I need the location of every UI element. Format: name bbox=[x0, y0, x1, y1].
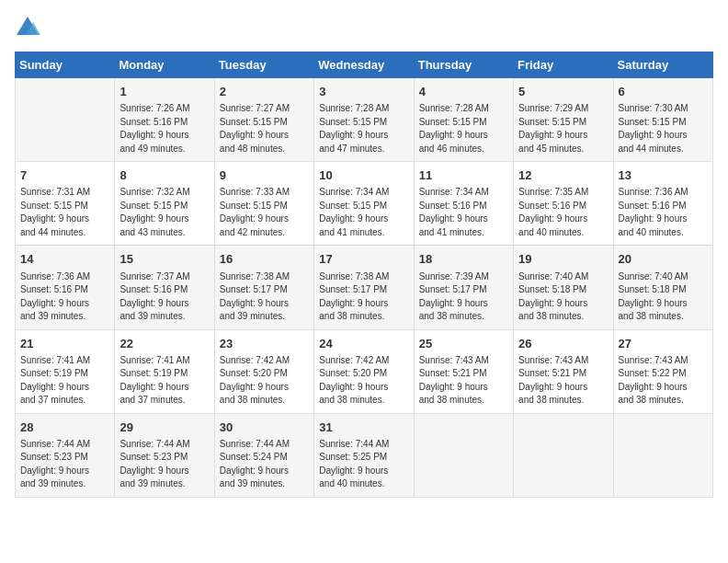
day-info: Sunrise: 7:44 AM Sunset: 5:23 PM Dayligh… bbox=[20, 438, 109, 491]
day-number: 6 bbox=[619, 84, 708, 100]
header-friday: Friday bbox=[514, 52, 613, 78]
day-number: 7 bbox=[20, 167, 109, 184]
day-number: 18 bbox=[419, 251, 508, 268]
day-info: Sunrise: 7:40 AM Sunset: 5:18 PM Dayligh… bbox=[619, 270, 708, 324]
calendar-cell: 22Sunrise: 7:41 AM Sunset: 5:19 PM Dayli… bbox=[115, 329, 214, 413]
day-number: 4 bbox=[419, 84, 508, 100]
calendar-cell: 7Sunrise: 7:31 AM Sunset: 5:15 PM Daylig… bbox=[16, 162, 115, 246]
day-info: Sunrise: 7:36 AM Sunset: 5:16 PM Dayligh… bbox=[20, 270, 109, 324]
day-number: 17 bbox=[319, 251, 408, 268]
day-info: Sunrise: 7:44 AM Sunset: 5:24 PM Dayligh… bbox=[220, 438, 309, 491]
page-header bbox=[15, 15, 713, 40]
calendar-cell: 26Sunrise: 7:43 AM Sunset: 5:21 PM Dayli… bbox=[514, 329, 613, 413]
calendar-cell: 29Sunrise: 7:44 AM Sunset: 5:23 PM Dayli… bbox=[115, 413, 214, 497]
day-info: Sunrise: 7:38 AM Sunset: 5:17 PM Dayligh… bbox=[220, 270, 309, 324]
day-info: Sunrise: 7:44 AM Sunset: 5:23 PM Dayligh… bbox=[119, 438, 209, 491]
day-info: Sunrise: 7:39 AM Sunset: 5:17 PM Dayligh… bbox=[419, 270, 508, 324]
day-number: 21 bbox=[20, 336, 109, 352]
day-info: Sunrise: 7:43 AM Sunset: 5:21 PM Dayligh… bbox=[518, 354, 608, 408]
calendar-cell: 10Sunrise: 7:34 AM Sunset: 5:15 PM Dayli… bbox=[314, 162, 414, 246]
day-info: Sunrise: 7:43 AM Sunset: 5:22 PM Dayligh… bbox=[619, 354, 708, 408]
calendar-cell: 4Sunrise: 7:28 AM Sunset: 5:15 PM Daylig… bbox=[414, 78, 513, 162]
calendar-cell bbox=[16, 78, 115, 162]
day-info: Sunrise: 7:27 AM Sunset: 5:15 PM Dayligh… bbox=[220, 102, 309, 155]
day-number: 25 bbox=[419, 336, 508, 352]
day-info: Sunrise: 7:35 AM Sunset: 5:16 PM Dayligh… bbox=[518, 186, 608, 239]
calendar-cell: 18Sunrise: 7:39 AM Sunset: 5:17 PM Dayli… bbox=[414, 246, 513, 329]
day-info: Sunrise: 7:41 AM Sunset: 5:19 PM Dayligh… bbox=[20, 354, 109, 408]
day-info: Sunrise: 7:29 AM Sunset: 5:15 PM Dayligh… bbox=[518, 102, 608, 155]
day-number: 14 bbox=[20, 251, 109, 268]
day-info: Sunrise: 7:33 AM Sunset: 5:15 PM Dayligh… bbox=[220, 186, 309, 239]
day-info: Sunrise: 7:32 AM Sunset: 5:15 PM Dayligh… bbox=[119, 186, 209, 239]
day-number: 3 bbox=[319, 84, 408, 100]
day-info: Sunrise: 7:42 AM Sunset: 5:20 PM Dayligh… bbox=[220, 354, 309, 408]
day-info: Sunrise: 7:26 AM Sunset: 5:16 PM Dayligh… bbox=[119, 102, 209, 155]
day-number: 2 bbox=[220, 84, 309, 100]
day-number: 27 bbox=[619, 336, 708, 352]
calendar-cell: 27Sunrise: 7:43 AM Sunset: 5:22 PM Dayli… bbox=[613, 329, 712, 413]
calendar-cell: 5Sunrise: 7:29 AM Sunset: 5:15 PM Daylig… bbox=[514, 78, 613, 162]
day-info: Sunrise: 7:37 AM Sunset: 5:16 PM Dayligh… bbox=[119, 270, 209, 324]
day-number: 13 bbox=[619, 167, 708, 184]
day-number: 28 bbox=[20, 419, 109, 436]
calendar-cell: 16Sunrise: 7:38 AM Sunset: 5:17 PM Dayli… bbox=[214, 246, 313, 329]
day-number: 20 bbox=[619, 251, 708, 268]
day-info: Sunrise: 7:28 AM Sunset: 5:15 PM Dayligh… bbox=[319, 102, 408, 155]
header-tuesday: Tuesday bbox=[214, 52, 313, 78]
logo-icon bbox=[15, 15, 40, 40]
calendar-week-2: 7Sunrise: 7:31 AM Sunset: 5:15 PM Daylig… bbox=[16, 162, 713, 246]
header-sunday: Sunday bbox=[16, 52, 115, 78]
day-number: 23 bbox=[220, 336, 309, 352]
day-number: 15 bbox=[119, 251, 209, 268]
day-number: 19 bbox=[518, 251, 608, 268]
calendar-week-4: 21Sunrise: 7:41 AM Sunset: 5:19 PM Dayli… bbox=[16, 329, 713, 413]
calendar-cell: 6Sunrise: 7:30 AM Sunset: 5:15 PM Daylig… bbox=[613, 78, 712, 162]
day-number: 22 bbox=[119, 336, 209, 352]
day-number: 8 bbox=[119, 167, 209, 184]
day-info: Sunrise: 7:30 AM Sunset: 5:15 PM Dayligh… bbox=[619, 102, 708, 155]
calendar-cell: 25Sunrise: 7:43 AM Sunset: 5:21 PM Dayli… bbox=[414, 329, 513, 413]
calendar-cell: 31Sunrise: 7:44 AM Sunset: 5:25 PM Dayli… bbox=[314, 413, 414, 497]
day-number: 26 bbox=[518, 336, 608, 352]
calendar-week-3: 14Sunrise: 7:36 AM Sunset: 5:16 PM Dayli… bbox=[16, 246, 713, 329]
day-number: 10 bbox=[319, 167, 408, 184]
day-info: Sunrise: 7:31 AM Sunset: 5:15 PM Dayligh… bbox=[20, 186, 109, 239]
header-thursday: Thursday bbox=[414, 52, 513, 78]
day-number: 1 bbox=[119, 84, 209, 100]
calendar-cell: 20Sunrise: 7:40 AM Sunset: 5:18 PM Dayli… bbox=[613, 246, 712, 329]
header-row: Sunday Monday Tuesday Wednesday Thursday… bbox=[16, 52, 713, 78]
calendar-cell: 30Sunrise: 7:44 AM Sunset: 5:24 PM Dayli… bbox=[214, 413, 313, 497]
calendar-cell: 19Sunrise: 7:40 AM Sunset: 5:18 PM Dayli… bbox=[514, 246, 613, 329]
calendar-cell bbox=[514, 413, 613, 497]
calendar-cell: 14Sunrise: 7:36 AM Sunset: 5:16 PM Dayli… bbox=[16, 246, 115, 329]
calendar-cell: 23Sunrise: 7:42 AM Sunset: 5:20 PM Dayli… bbox=[214, 329, 313, 413]
calendar-cell: 17Sunrise: 7:38 AM Sunset: 5:17 PM Dayli… bbox=[314, 246, 414, 329]
day-info: Sunrise: 7:43 AM Sunset: 5:21 PM Dayligh… bbox=[419, 354, 508, 408]
logo bbox=[15, 15, 44, 40]
calendar-cell bbox=[613, 413, 712, 497]
day-info: Sunrise: 7:42 AM Sunset: 5:20 PM Dayligh… bbox=[319, 354, 408, 408]
calendar-cell: 1Sunrise: 7:26 AM Sunset: 5:16 PM Daylig… bbox=[115, 78, 214, 162]
day-number: 30 bbox=[220, 419, 309, 436]
calendar-cell: 11Sunrise: 7:34 AM Sunset: 5:16 PM Dayli… bbox=[414, 162, 513, 246]
calendar-body: 1Sunrise: 7:26 AM Sunset: 5:16 PM Daylig… bbox=[16, 78, 713, 498]
day-info: Sunrise: 7:41 AM Sunset: 5:19 PM Dayligh… bbox=[119, 354, 209, 408]
day-info: Sunrise: 7:38 AM Sunset: 5:17 PM Dayligh… bbox=[319, 270, 408, 324]
day-info: Sunrise: 7:36 AM Sunset: 5:16 PM Dayligh… bbox=[619, 186, 708, 239]
calendar-cell: 13Sunrise: 7:36 AM Sunset: 5:16 PM Dayli… bbox=[613, 162, 712, 246]
day-info: Sunrise: 7:40 AM Sunset: 5:18 PM Dayligh… bbox=[518, 270, 608, 324]
calendar-cell: 9Sunrise: 7:33 AM Sunset: 5:15 PM Daylig… bbox=[214, 162, 313, 246]
calendar-table: Sunday Monday Tuesday Wednesday Thursday… bbox=[15, 52, 713, 498]
calendar-header: Sunday Monday Tuesday Wednesday Thursday… bbox=[16, 52, 713, 78]
day-number: 12 bbox=[518, 167, 608, 184]
day-info: Sunrise: 7:28 AM Sunset: 5:15 PM Dayligh… bbox=[419, 102, 508, 155]
calendar-cell: 24Sunrise: 7:42 AM Sunset: 5:20 PM Dayli… bbox=[314, 329, 414, 413]
day-info: Sunrise: 7:34 AM Sunset: 5:16 PM Dayligh… bbox=[419, 186, 508, 239]
calendar-cell: 2Sunrise: 7:27 AM Sunset: 5:15 PM Daylig… bbox=[214, 78, 313, 162]
header-saturday: Saturday bbox=[613, 52, 712, 78]
day-number: 11 bbox=[419, 167, 508, 184]
day-number: 16 bbox=[220, 251, 309, 268]
calendar-cell: 8Sunrise: 7:32 AM Sunset: 5:15 PM Daylig… bbox=[115, 162, 214, 246]
day-info: Sunrise: 7:34 AM Sunset: 5:15 PM Dayligh… bbox=[319, 186, 408, 239]
